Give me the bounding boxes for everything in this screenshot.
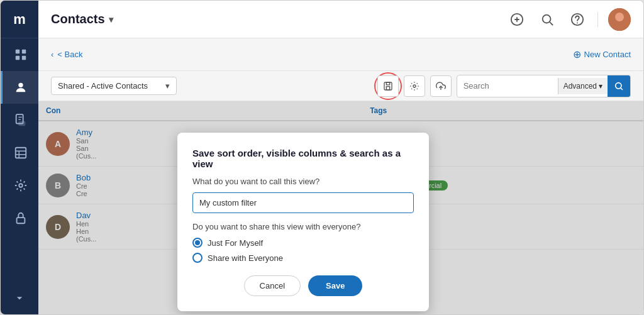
search-input[interactable] bbox=[457, 77, 558, 94]
search-advanced-button[interactable]: Advanced ▾ bbox=[558, 78, 608, 94]
modal-overlay: Save sort order, visible columns & searc… bbox=[38, 101, 643, 314]
sidebar-item-settings[interactable] bbox=[1, 169, 38, 202]
user-avatar[interactable] bbox=[608, 8, 631, 31]
modal-actions: Cancel Save bbox=[192, 275, 414, 296]
new-contact-plus-icon: ⊕ bbox=[573, 48, 581, 60]
subbar: ‹ < Back ⊕ New Contact bbox=[38, 38, 643, 71]
page-title: Contacts ▾ bbox=[51, 12, 113, 26]
radio-label-everyone: Share with Everyone bbox=[208, 253, 283, 263]
svg-point-20 bbox=[615, 13, 624, 21]
radio-label-myself: Just For Myself bbox=[208, 238, 263, 248]
svg-rect-6 bbox=[18, 121, 25, 126]
back-link[interactable]: ‹ < Back bbox=[51, 50, 82, 59]
modal-question1: What do you want to call this view? bbox=[192, 177, 414, 186]
svg-point-4 bbox=[18, 83, 23, 87]
main-content: Contacts ▾ bbox=[38, 1, 643, 314]
radio-option-myself[interactable]: Just For Myself bbox=[192, 238, 414, 248]
radio-circle-everyone bbox=[192, 253, 203, 263]
modal-view-name-input[interactable] bbox=[192, 192, 414, 213]
svg-line-28 bbox=[621, 88, 623, 90]
advanced-arrow-icon: ▾ bbox=[599, 82, 602, 91]
save-view-modal: Save sort order, visible columns & searc… bbox=[177, 133, 429, 311]
new-contact-button[interactable]: ⊕ New Contact bbox=[573, 48, 631, 60]
sidebar-item-documents[interactable] bbox=[1, 104, 38, 136]
sidebar-logo[interactable]: m bbox=[1, 1, 38, 38]
view-dropdown[interactable]: Shared - Active Contacts ▾ bbox=[51, 77, 177, 95]
svg-line-17 bbox=[550, 22, 553, 25]
sidebar-chevron-down[interactable] bbox=[1, 282, 38, 314]
sidebar-item-grid[interactable] bbox=[1, 38, 38, 71]
svg-rect-24 bbox=[386, 86, 389, 89]
dropdown-arrow-icon: ▾ bbox=[165, 81, 170, 91]
save-button[interactable]: Save bbox=[308, 275, 362, 296]
title-chevron[interactable]: ▾ bbox=[109, 14, 113, 25]
topbar: Contacts ▾ bbox=[38, 1, 643, 38]
search-area: Advanced ▾ bbox=[457, 75, 631, 97]
add-icon[interactable] bbox=[507, 9, 527, 30]
radio-circle-myself bbox=[192, 238, 203, 248]
modal-question2: Do you want to share this view with ever… bbox=[192, 222, 414, 231]
toolbar: Shared - Active Contacts ▾ Ad bbox=[38, 71, 643, 101]
sidebar-item-lock[interactable] bbox=[1, 202, 38, 235]
cancel-button[interactable]: Cancel bbox=[244, 275, 301, 296]
svg-point-11 bbox=[19, 184, 23, 187]
svg-rect-7 bbox=[15, 148, 26, 158]
radio-group: Just For Myself Share with Everyone bbox=[192, 238, 414, 263]
svg-rect-1 bbox=[21, 50, 25, 53]
settings-button[interactable] bbox=[404, 75, 425, 97]
svg-point-25 bbox=[413, 85, 416, 87]
svg-rect-3 bbox=[21, 56, 25, 60]
svg-point-27 bbox=[616, 82, 621, 88]
svg-rect-23 bbox=[386, 82, 389, 85]
help-icon[interactable] bbox=[567, 9, 587, 30]
content-area: Con Tags A Amy SanSan(Cus... bbox=[38, 101, 643, 314]
modal-title: Save sort order, visible columns & searc… bbox=[192, 148, 414, 169]
svg-rect-2 bbox=[15, 56, 19, 60]
save-view-button[interactable] bbox=[377, 75, 399, 97]
back-icon: ‹ bbox=[51, 50, 53, 59]
sidebar-item-contacts[interactable] bbox=[1, 71, 38, 104]
svg-point-16 bbox=[543, 14, 551, 23]
search-icon[interactable] bbox=[537, 9, 557, 30]
sidebar: m bbox=[1, 1, 38, 314]
sidebar-item-table[interactable] bbox=[1, 136, 38, 169]
svg-rect-0 bbox=[15, 50, 19, 53]
svg-rect-12 bbox=[16, 218, 25, 223]
topbar-icons bbox=[507, 8, 631, 31]
upload-button[interactable] bbox=[430, 75, 452, 97]
radio-option-everyone[interactable]: Share with Everyone bbox=[192, 253, 414, 263]
search-submit-button[interactable] bbox=[608, 75, 630, 97]
